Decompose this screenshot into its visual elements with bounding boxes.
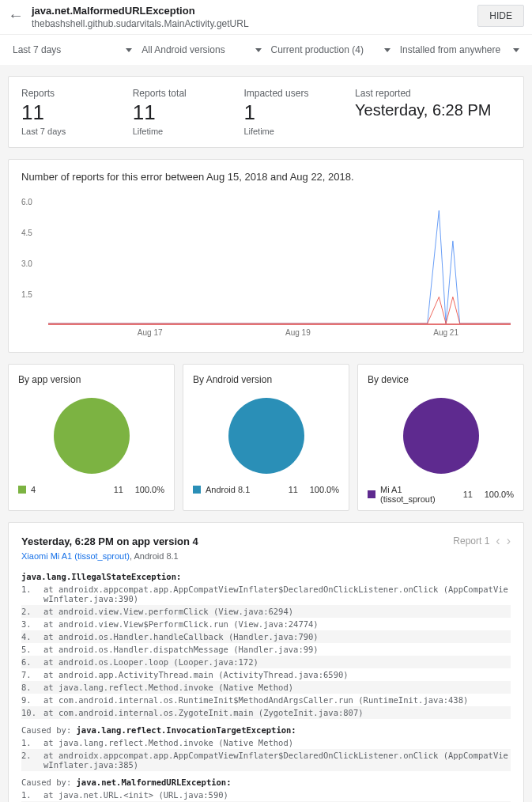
legend-label: Mi A1 (tissot_sprout) — [380, 485, 446, 504]
trace-line-text: at android.view.View.performClick (View.… — [43, 607, 511, 616]
filter-label: All Android versions — [141, 44, 224, 55]
trace-line: 3. at android.view.View$PerformClick.run… — [21, 618, 511, 630]
filter-bar: Last 7 days All Android versions Current… — [0, 34, 532, 65]
legend-swatch — [368, 490, 375, 498]
legend-swatch — [193, 486, 201, 494]
trace-line-number: 1. — [21, 790, 43, 800]
stat-sub: Lifetime — [133, 127, 244, 136]
trace-line: 7. at android.app.ActivityThread.main (A… — [21, 668, 511, 681]
trace-line-text: at java.lang.reflect.Method.invoke (Nati… — [43, 683, 511, 692]
pie-title: By device — [368, 374, 514, 385]
stack-trace: java.lang.IllegalStateException: 1. at a… — [21, 572, 511, 802]
caret-down-icon — [513, 48, 519, 52]
prev-report-icon[interactable]: ‹ — [496, 534, 500, 548]
stat-sub: Last 7 days — [21, 127, 133, 136]
trace-line: 1. at java.lang.reflect.Method.invoke (N… — [21, 736, 511, 749]
caused-by-prefix: Caused by: — [21, 725, 77, 735]
reports-chart-card: Number of reports for this error between… — [8, 159, 524, 353]
y-tick: 4.5 — [21, 228, 32, 236]
filter-android-version[interactable]: All Android versions — [137, 41, 266, 59]
breakdown-row: By app version 4 11 100.0% By Android ve… — [8, 364, 524, 511]
y-axis: 6.0 4.5 3.0 1.5 — [21, 191, 45, 325]
filter-time-range[interactable]: Last 7 days — [8, 41, 137, 59]
filter-production[interactable]: Current production (4) — [266, 41, 395, 59]
stat-value: 11 — [133, 100, 244, 125]
trace-line-number: 4. — [21, 632, 43, 641]
trace-line-number: 2. — [21, 607, 43, 616]
trace-line: 8. at java.lang.reflect.Method.invoke (N… — [21, 681, 511, 694]
pie-title: By app version — [18, 374, 164, 385]
filter-label: Last 7 days — [13, 44, 61, 55]
legend-count: 11 — [276, 485, 298, 494]
legend-pct: 100.0% — [128, 485, 164, 494]
trace-line-text: at android.app.ActivityThread.main (Acti… — [43, 670, 511, 679]
stat-label: Reports — [21, 88, 133, 99]
y-tick: 3.0 — [21, 259, 32, 267]
stat-sub: Lifetime — [243, 127, 355, 136]
filter-install-source[interactable]: Installed from anywhere — [395, 41, 524, 59]
stat-impacted-users: Impacted users 1 Lifetime — [243, 88, 355, 136]
exception-location: thebashshell.github.sudarvitals.MainActi… — [32, 18, 477, 29]
trace-line-number: 9. — [21, 695, 43, 705]
filter-label: Current production (4) — [271, 44, 364, 55]
chart-series-red — [48, 297, 511, 324]
caret-down-icon — [255, 48, 262, 52]
stat-reports: Reports 11 Last 7 days — [21, 88, 133, 136]
next-report-icon[interactable]: › — [507, 534, 511, 548]
legend-pct: 100.0% — [303, 485, 339, 494]
x-tick: Aug 17 — [138, 328, 163, 337]
stats-card: Reports 11 Last 7 days Reports total 11 … — [8, 76, 524, 148]
trace-line-number: 10. — [21, 708, 43, 717]
chart-svg — [48, 191, 511, 323]
pie-legend: 4 11 100.0% — [18, 485, 164, 494]
exception-title: java.net.MalformedURLException — [32, 5, 477, 17]
stat-value: 1 — [243, 100, 355, 125]
chart-title: Number of reports for this error between… — [21, 171, 511, 183]
stat-label: Impacted users — [243, 88, 355, 99]
pie-chart — [403, 398, 479, 474]
trace-line-text: at androidx.appcompat.app.AppCompatViewI… — [43, 751, 511, 770]
trace-line-text: at android.os.Handler.handleCallback (Ha… — [43, 632, 511, 641]
report-counter: Report 1 — [453, 535, 489, 547]
legend-label: Android 8.1 — [206, 485, 271, 494]
pie-chart — [228, 398, 304, 474]
trace-heading: java.lang.IllegalStateException: — [21, 572, 511, 581]
device-os: , Android 8.1 — [130, 551, 179, 561]
trace-line: 2. at android.view.View.performClick (Vi… — [21, 605, 511, 618]
trace-line-text: at android.view.View$PerformClick.run (V… — [43, 619, 511, 629]
trace-line-text: at com.android.internal.os.RuntimeInit$M… — [43, 695, 511, 705]
hide-button[interactable]: HIDE — [477, 5, 524, 27]
page-header: ← java.net.MalformedURLException thebash… — [0, 0, 532, 34]
trace-line: 10. at com.android.internal.os.ZygoteIni… — [21, 706, 511, 719]
trace-line-text: at androidx.appcompat.app.AppCompatViewI… — [43, 584, 511, 603]
device-link[interactable]: Xiaomi Mi A1 (tissot_sprout) — [21, 551, 130, 561]
exception-name: java.lang.reflect.InvocationTargetExcept… — [77, 725, 296, 735]
trace-line: 4. at android.os.Handler.handleCallback … — [21, 630, 511, 643]
trace-line-text: at java.net.URL.<init> (URL.java:590) — [43, 790, 511, 800]
trace-line-number: 1. — [21, 738, 43, 747]
trace-line-number: 8. — [21, 683, 43, 692]
trace-block: 1. at java.lang.reflect.Method.invoke (N… — [21, 736, 511, 771]
trace-line: 1. at java.net.URL.<init> (URL.java:590) — [21, 789, 511, 801]
stat-value: 11 — [21, 100, 133, 125]
trace-line-text: at java.lang.reflect.Method.invoke (Nati… — [43, 738, 511, 747]
trace-block: 1. at androidx.appcompat.app.AppCompatVi… — [21, 583, 511, 719]
pie-card-device: By device Mi A1 (tissot_sprout) 11 100.0… — [357, 364, 524, 511]
trace-line-number: 1. — [21, 584, 43, 603]
device-line: Xiaomi Mi A1 (tissot_sprout), Android 8.… — [21, 551, 511, 561]
trace-line-number: 3. — [21, 619, 43, 629]
chart-plot — [48, 191, 511, 325]
report-header: Yesterday, 6:28 PM on app version 4 Repo… — [21, 534, 511, 548]
back-arrow-icon[interactable]: ← — [8, 6, 24, 25]
trace-heading: Caused by: java.lang.reflect.InvocationT… — [21, 725, 511, 735]
trace-line: 9. at com.android.internal.os.RuntimeIni… — [21, 694, 511, 706]
legend-count: 11 — [101, 485, 123, 494]
trace-line-number: 6. — [21, 657, 43, 667]
pie-card-app-version: By app version 4 11 100.0% — [8, 364, 175, 511]
trace-heading: Caused by: java.net.MalformedURLExceptio… — [21, 777, 511, 787]
trace-line-text: at android.os.Handler.dispatchMessage (H… — [43, 645, 511, 654]
trace-line-number: 5. — [21, 645, 43, 654]
trace-line: 2. at androidx.appcompat.app.AppCompatVi… — [21, 749, 511, 771]
trace-line-text: at com.android.internal.os.ZygoteInit.ma… — [43, 708, 511, 717]
trace-line: 5. at android.os.Handler.dispatchMessage… — [21, 643, 511, 656]
